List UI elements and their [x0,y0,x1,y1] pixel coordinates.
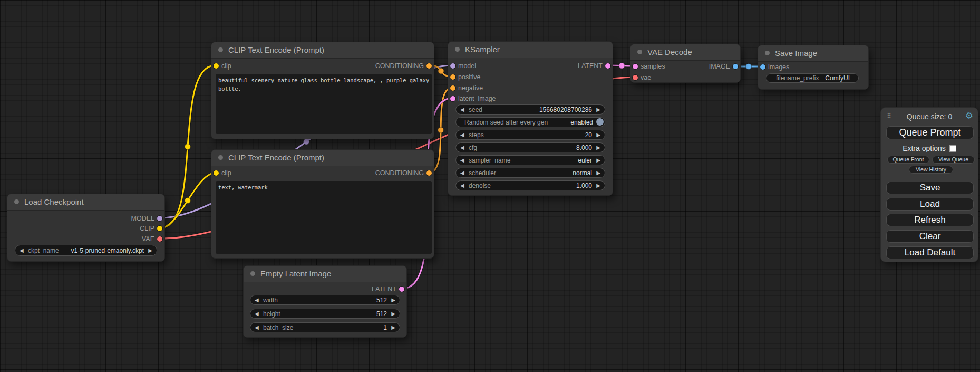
port-label: model [458,61,476,71]
node-save-image[interactable]: Save Image images filename_prefix ComfyU… [758,45,869,90]
toggle-knob-icon[interactable] [596,118,604,126]
scheduler-widget[interactable]: ◀ scheduler normal ▶ [455,168,605,178]
load-default-button[interactable]: Load Default [886,246,974,259]
decrement-arrow-icon[interactable]: ◀ [255,310,259,318]
conditioning-output-port[interactable] [426,170,432,176]
batch-size-widget[interactable]: ◀ batch_size 1 ▶ [250,322,400,332]
view-history-button[interactable]: View History [909,166,953,174]
collapse-dot-icon[interactable] [765,51,770,55]
node-load-checkpoint[interactable]: Load Checkpoint MODEL CLIP VAE ◀ ckpt_na… [7,194,165,262]
node-clip-text-encode-negative[interactable]: CLIP Text Encode (Prompt) clip CONDITION… [211,149,434,259]
widget-label: denoise [469,182,491,190]
save-button[interactable]: Save [886,182,974,194]
node-title-bar[interactable]: Load Checkpoint [7,194,164,211]
increment-arrow-icon[interactable]: ▶ [596,169,600,177]
width-widget[interactable]: ◀ width 512 ▶ [250,295,400,305]
port-label: CONDITIONING [375,61,424,71]
widget-label: filename_prefix [776,74,819,82]
node-title: Empty Latent Image [260,269,331,278]
increment-arrow-icon[interactable]: ▶ [391,296,395,304]
widget-value: euler [578,156,592,165]
decrement-arrow-icon[interactable]: ◀ [460,131,464,139]
widget-label: batch_size [263,323,293,332]
settings-gear-icon[interactable]: ⚙ [965,111,973,120]
port-label: positive [458,72,480,82]
random-seed-toggle-widget[interactable]: Random seed after every gen enabled [455,117,605,127]
samples-input-port[interactable] [633,64,638,69]
height-widget[interactable]: ◀ height 512 ▶ [250,309,400,319]
increment-arrow-icon[interactable]: ▶ [596,144,600,152]
node-title-bar[interactable]: KSampler [448,42,613,58]
increment-arrow-icon[interactable]: ▶ [596,156,600,165]
decrement-arrow-icon[interactable]: ◀ [20,246,24,255]
cfg-widget[interactable]: ◀ cfg 8.000 ▶ [455,142,605,152]
sampler-name-widget[interactable]: ◀ sampler_name euler ▶ [455,155,605,165]
steps-widget[interactable]: ◀ steps 20 ▶ [455,130,605,140]
node-title-bar[interactable]: VAE Decode [630,44,740,61]
positive-prompt-textarea[interactable]: beautiful scenery nature glass bottle la… [216,74,432,134]
image-output-port[interactable] [733,64,738,69]
node-title-bar[interactable]: Empty Latent Image [244,266,406,282]
filename-prefix-widget[interactable]: filename_prefix ComfyUI [766,73,859,83]
vae-output-port[interactable] [157,236,162,242]
extra-options-checkbox[interactable] [949,145,956,152]
node-graph-canvas[interactable]: Load Checkpoint MODEL CLIP VAE ◀ ckpt_na… [0,0,980,372]
node-empty-latent-image[interactable]: Empty Latent Image LATENT ◀ width 512 ▶ … [243,265,407,338]
decrement-arrow-icon[interactable]: ◀ [460,169,464,177]
seed-widget[interactable]: ◀ seed 156680208700286 ▶ [455,104,605,115]
queue-prompt-button[interactable]: Queue Prompt [886,126,974,139]
collapse-dot-icon[interactable] [637,50,642,54]
images-input-port[interactable] [760,64,765,70]
latent-output-port[interactable] [605,63,610,69]
negative-prompt-textarea[interactable]: text, watermark [216,181,432,254]
collapse-dot-icon[interactable] [455,47,460,52]
positive-input-port[interactable] [450,74,455,80]
increment-arrow-icon[interactable]: ▶ [391,323,395,332]
model-output-port[interactable] [157,216,162,221]
increment-arrow-icon[interactable]: ▶ [596,131,600,139]
view-queue-button[interactable]: View Queue [932,156,975,164]
clip-output-port[interactable] [157,226,162,231]
denoise-widget[interactable]: ◀ denoise 1.000 ▶ [455,180,605,190]
decrement-arrow-icon[interactable]: ◀ [460,182,464,190]
collapse-dot-icon[interactable] [218,47,223,52]
increment-arrow-icon[interactable]: ▶ [391,310,395,318]
vae-input-port[interactable] [633,75,638,80]
collapse-dot-icon[interactable] [218,155,223,160]
refresh-button[interactable]: Refresh [886,214,974,226]
port-label: clip [221,168,231,178]
increment-arrow-icon[interactable]: ▶ [148,246,152,255]
widget-label: sampler_name [469,156,510,165]
widget-value: 20 [585,131,592,139]
port-label: VAE [142,234,154,244]
negative-input-port[interactable] [450,85,455,91]
decrement-arrow-icon[interactable]: ◀ [460,144,464,152]
node-ksampler[interactable]: KSampler model LATENT positive negative … [448,41,613,196]
widget-label: width [263,296,278,304]
decrement-arrow-icon[interactable]: ◀ [460,156,464,165]
decrement-arrow-icon[interactable]: ◀ [460,106,464,114]
collapse-dot-icon[interactable] [14,199,19,204]
node-title-bar[interactable]: CLIP Text Encode (Prompt) [211,150,434,166]
decrement-arrow-icon[interactable]: ◀ [255,296,259,304]
conditioning-output-port[interactable] [426,63,432,69]
node-title-bar[interactable]: Save Image [758,45,868,62]
decrement-arrow-icon[interactable]: ◀ [255,323,259,332]
node-vae-decode[interactable]: VAE Decode samples IMAGE vae [630,44,741,83]
load-button[interactable]: Load [886,198,974,211]
widget-value: 8.000 [576,144,592,152]
node-title-bar[interactable]: CLIP Text Encode (Prompt) [211,42,434,59]
clip-input-port[interactable] [214,170,219,176]
latent-image-input-port[interactable] [450,96,455,101]
increment-arrow-icon[interactable]: ▶ [596,182,600,190]
queue-front-button[interactable]: Queue Front [887,156,929,164]
increment-arrow-icon[interactable]: ▶ [596,106,600,114]
clear-button[interactable]: Clear [886,230,974,243]
latent-output-port[interactable] [399,287,404,292]
ckpt-name-widget[interactable]: ◀ ckpt_name v1-5-pruned-emaonly.ckpt ▶ [15,245,157,256]
collapse-dot-icon[interactable] [250,271,255,276]
node-clip-text-encode-positive[interactable]: CLIP Text Encode (Prompt) clip CONDITION… [211,42,434,139]
clip-input-port[interactable] [214,63,219,69]
model-input-port[interactable] [450,63,455,69]
widget-value: 156680208700286 [539,106,592,114]
